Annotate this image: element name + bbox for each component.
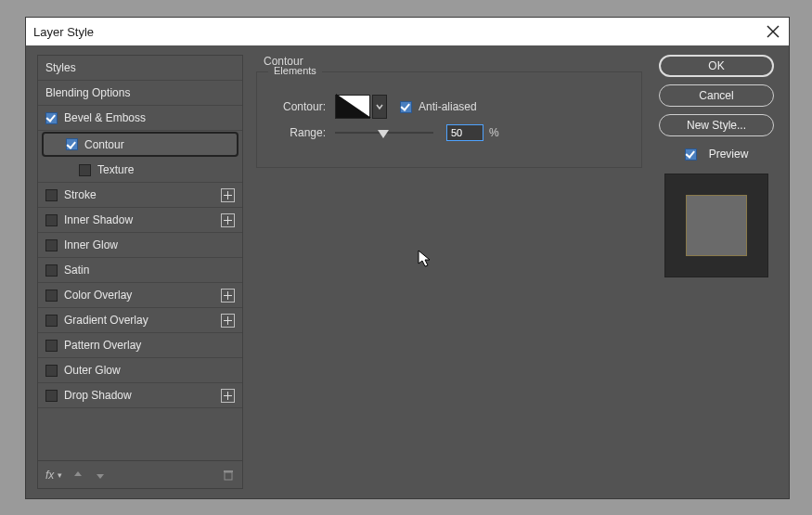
- styles-list: Styles Blending Options Bevel & Emboss C…: [37, 55, 243, 461]
- checkbox-satin[interactable]: [45, 264, 58, 277]
- style-satin[interactable]: Satin: [38, 258, 242, 283]
- settings-column: Contour Elements Contour: Anti-aliased R…: [256, 55, 642, 489]
- close-icon: [767, 25, 780, 38]
- dialog-title: Layer Style: [33, 25, 94, 39]
- svg-rect-3: [224, 470, 233, 472]
- checkbox-pattern-overlay[interactable]: [45, 340, 58, 352]
- range-unit: %: [489, 126, 499, 139]
- style-drop-shadow[interactable]: Drop Shadow: [38, 383, 242, 408]
- style-label: Stroke: [64, 188, 97, 201]
- contour-dropdown[interactable]: [372, 95, 387, 119]
- contour-picker[interactable]: [335, 95, 370, 119]
- range-row: Range: %: [272, 124, 626, 141]
- style-label: Pattern Overlay: [64, 339, 141, 352]
- range-slider[interactable]: [335, 126, 433, 139]
- add-inner-shadow-icon[interactable]: [221, 213, 235, 227]
- style-pattern-overlay[interactable]: Pattern Overlay: [38, 333, 242, 358]
- titlebar: Layer Style: [26, 18, 789, 45]
- style-inner-glow[interactable]: Inner Glow: [38, 233, 242, 258]
- style-label: Gradient Overlay: [64, 314, 148, 327]
- style-label: Bevel & Emboss: [64, 111, 146, 124]
- styles-header[interactable]: Styles: [38, 56, 242, 81]
- style-contour[interactable]: Contour: [42, 132, 238, 157]
- style-inner-shadow[interactable]: Inner Shadow: [38, 208, 242, 233]
- style-stroke[interactable]: Stroke: [38, 183, 242, 208]
- elements-fieldset: Elements Contour: Anti-aliased Range:: [256, 71, 642, 168]
- style-label: Outer Glow: [64, 364, 121, 377]
- actions-column: OK Cancel New Style... Preview: [655, 55, 778, 489]
- add-stroke-icon[interactable]: [221, 188, 235, 202]
- fieldset-legend: Elements: [268, 65, 322, 76]
- style-label: Contour: [84, 138, 124, 151]
- move-down-button[interactable]: [94, 469, 107, 482]
- fx-dropdown-icon: ▾: [58, 470, 62, 480]
- style-gradient-overlay[interactable]: Gradient Overlay: [38, 308, 242, 333]
- fx-menu[interactable]: fx: [45, 469, 54, 482]
- checkbox-inner-shadow[interactable]: [45, 214, 58, 226]
- ok-button[interactable]: OK: [659, 55, 774, 77]
- antialiased-label: Anti-aliased: [419, 100, 477, 113]
- styles-column: Styles Blending Options Bevel & Emboss C…: [37, 55, 243, 489]
- checkbox-contour[interactable]: [66, 138, 78, 150]
- checkbox-bevel-emboss[interactable]: [45, 112, 58, 124]
- new-style-button[interactable]: New Style...: [659, 114, 774, 136]
- styles-header-label: Styles: [45, 61, 76, 74]
- add-gradient-overlay-icon[interactable]: [221, 314, 235, 328]
- preview-toggle-row: Preview: [685, 148, 749, 161]
- close-button[interactable]: [763, 21, 783, 42]
- trash-icon: [222, 469, 235, 482]
- contour-row: Contour: Anti-aliased: [272, 95, 626, 119]
- checkbox-inner-glow[interactable]: [45, 239, 58, 251]
- blending-options-label: Blending Options: [45, 86, 130, 99]
- range-input[interactable]: [446, 124, 483, 141]
- dialog-body: Styles Blending Options Bevel & Emboss C…: [26, 45, 789, 498]
- style-outer-glow[interactable]: Outer Glow: [38, 358, 242, 383]
- slider-thumb[interactable]: [378, 130, 389, 138]
- move-up-button[interactable]: [71, 469, 84, 482]
- style-label: Texture: [97, 163, 134, 176]
- style-texture[interactable]: Texture: [38, 158, 242, 183]
- checkbox-stroke[interactable]: [45, 189, 58, 201]
- arrow-up-icon: [71, 469, 84, 482]
- style-label: Color Overlay: [64, 289, 132, 302]
- preview-label: Preview: [709, 148, 749, 161]
- add-drop-shadow-icon[interactable]: [221, 389, 235, 403]
- add-color-overlay-icon[interactable]: [221, 289, 235, 303]
- preview-box: [664, 174, 768, 277]
- checkbox-preview[interactable]: [685, 148, 697, 161]
- range-label: Range:: [272, 126, 326, 139]
- style-label: Inner Glow: [64, 238, 118, 251]
- preview-swatch: [686, 195, 747, 256]
- cancel-button[interactable]: Cancel: [659, 84, 774, 107]
- delete-button[interactable]: [222, 469, 235, 482]
- contour-label: Contour:: [272, 100, 326, 113]
- blending-options[interactable]: Blending Options: [38, 81, 242, 106]
- style-label: Drop Shadow: [64, 389, 132, 402]
- style-bevel-emboss[interactable]: Bevel & Emboss: [38, 106, 242, 131]
- layer-style-dialog: Layer Style Styles Blending Options Beve…: [25, 17, 790, 499]
- styles-footer: fx ▾: [37, 461, 243, 489]
- cursor-icon: [418, 250, 432, 268]
- checkbox-texture[interactable]: [79, 164, 91, 176]
- style-label: Satin: [64, 264, 89, 277]
- svg-rect-2: [225, 472, 232, 480]
- style-label: Inner Shadow: [64, 213, 133, 226]
- checkbox-drop-shadow[interactable]: [45, 390, 58, 402]
- chevron-down-icon: [376, 103, 383, 110]
- styles-spacer: [38, 408, 242, 460]
- checkbox-outer-glow[interactable]: [45, 365, 58, 377]
- checkbox-antialiased[interactable]: [400, 101, 412, 113]
- style-color-overlay[interactable]: Color Overlay: [38, 283, 242, 308]
- arrow-down-icon: [94, 469, 107, 482]
- checkbox-gradient-overlay[interactable]: [45, 315, 58, 327]
- checkbox-color-overlay[interactable]: [45, 290, 58, 302]
